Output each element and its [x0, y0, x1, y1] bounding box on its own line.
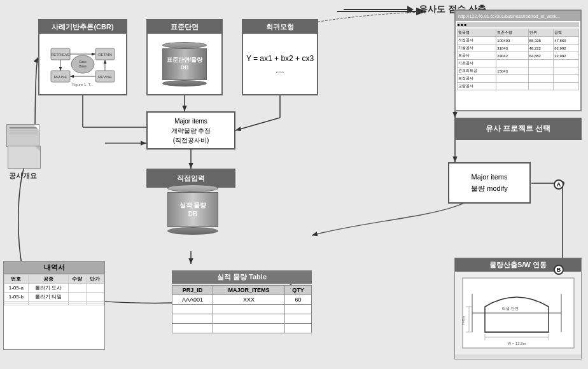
svg-text:W = 12.5m: W = 12.5m — [507, 342, 526, 345]
arrowhead — [407, 6, 414, 13]
svg-text:RETAIN: RETAIN — [98, 53, 112, 57]
siljeok-col-major: MAJOR_ITEMS — [213, 286, 285, 295]
cbr-content: RETRIEVE RETAIN REUSE REVISE Case Base F… — [45, 34, 120, 94]
browser-url: http://122.46.01.6:7001/business/rod/rod… — [458, 14, 560, 18]
direct-input-label: 직접입력 — [177, 174, 205, 183]
siljeok-db-top — [167, 184, 218, 192]
browser-table-row: 적접공사 100403 88,328 47,869 — [458, 37, 579, 45]
dot-b: B — [554, 265, 564, 275]
db-body: 표준단면/물량 DB — [162, 48, 207, 80]
standard-db: 표준단면/물량 DB — [162, 42, 207, 87]
naeyuk-header-row: 번호 공종 수량 단가 — [4, 275, 104, 284]
naeyuk-title: 내역서 — [4, 261, 104, 274]
siljeok-row — [172, 314, 312, 324]
siljeok-table-title: 실적 물량 Table — [172, 270, 312, 284]
major-modify-box: Major items 물량 modify — [448, 162, 531, 204]
similar-project-label: 유사 프로젝트 선택 — [486, 123, 551, 134]
regression-box: 회귀모형 Y = ax1 + bx2 + cx3 .... — [242, 19, 318, 95]
major-estimation-box: Major items 개략물량 추정 (직접공사비) — [146, 111, 235, 150]
naeyuk-col-num: 번호 — [4, 275, 29, 284]
browser-table-row: 토공사 24042 64,882 32,992 — [458, 52, 579, 60]
file-page-1 — [6, 124, 39, 147]
standard-db-container: 표준단면/물량 DB — [162, 34, 207, 94]
major-est-text: Major items 개략물량 추정 (직접공사비) — [171, 116, 211, 145]
siljeok-row: AAA001 XXX 60 — [172, 295, 312, 305]
similar-project-box: 유사 프로젝트 선택 — [454, 118, 582, 140]
project-overview-icon: 공사개요 — [5, 124, 41, 181]
siljeok-table-container: 실적 물량 Table PRJ_ID MAJOR_ITEMS QTY AAA00… — [172, 270, 312, 359]
standard-title: 표준단면 — [148, 20, 221, 34]
db-bottom — [162, 80, 207, 87]
naeyuk-table: 번호 공종 수량 단가 1-05-a 롤라기 도사 1-05-b 롤라기 티밀 — [4, 274, 104, 305]
siljeok-db-body: 실적 물량 DB — [167, 192, 218, 227]
browser-table: 항목명 표준수량 단위 금액 적접공사 100403 88,328 47,869… — [457, 29, 579, 90]
siljeok-header-row: PRJ_ID MAJOR_ITEMS QTY — [172, 286, 312, 295]
browser-table-row: 콘크리트공 15043 — [458, 67, 579, 75]
naeyuk-row: 1-05-a 롤라기 도사 — [4, 284, 104, 293]
svg-text:Case: Case — [79, 60, 87, 64]
browser-table-row: 교량공사 — [458, 83, 579, 90]
browser-table-row: 가설공사 31043 48,222 82,992 — [458, 45, 579, 52]
naeyuk-row: 1-05-b 롤라기 티밀 — [4, 293, 104, 302]
svg-text:Figure 1. T...: Figure 1. T... — [72, 83, 94, 87]
browser-content: ■ ■ ■ 항목명 표준수량 단위 금액 적접공사 100403 88,328 … — [456, 21, 580, 110]
major-modify-line2: 물량 modify — [471, 183, 507, 195]
major-modify-line1: Major items — [471, 172, 507, 183]
svg-text:Base: Base — [79, 64, 87, 68]
dot-a: A — [554, 179, 564, 190]
siljeok-row — [172, 305, 312, 314]
standard-box: 표준단면 표준단면/물량 DB — [146, 19, 223, 95]
regression-formula: Y = ax1 + bx2 + cx3 .... — [243, 34, 317, 94]
browser-table-header: 항목명 표준수량 단위 금액 — [458, 29, 579, 37]
naeyuk-col-type: 공종 — [28, 275, 68, 284]
svg-text:REVISE: REVISE — [98, 75, 112, 79]
db-top — [162, 42, 207, 48]
regression-title: 회귀모형 — [243, 20, 317, 34]
svg-text:RETRIEVE: RETRIEVE — [51, 53, 70, 57]
cbr-title: 사례기반추론(CBR) — [39, 20, 126, 34]
siljeok-db-bottom — [167, 227, 218, 235]
naeyuk-col-price: 단가 — [86, 275, 104, 284]
naeyuk-row — [4, 303, 104, 305]
siljeok-db-box: 실적 물량 DB — [164, 184, 221, 242]
svg-text:H=8m: H=8m — [461, 316, 465, 324]
svg-text:REUSE: REUSE — [54, 75, 67, 79]
diagram-container: 유사도 점수 산출 유사도 점수 산출 사례기반추론(CBR) RETRIEVE… — [0, 0, 588, 369]
browser-table-row: 기초공사 — [458, 60, 579, 67]
arrow-line — [344, 9, 407, 10]
browser-box: http://122.46.01.6:7001/business/rod/rod… — [454, 10, 582, 111]
browser-bar: http://122.46.01.6:7001/business/rod/rod… — [456, 11, 580, 21]
project-overview-label: 공사개요 — [9, 171, 37, 181]
siljeok-table: PRJ_ID MAJOR_ITEMS QTY AAA001 XXX 60 — [172, 285, 312, 333]
svg-line-7 — [235, 118, 280, 130]
naeyuk-container: 내역서 번호 공종 수량 단가 1-05-a 롤라기 도사 1-05-b — [3, 261, 105, 350]
mulryang-content: W = 12.5m H=8m 터널 단면 — [455, 272, 581, 354]
siljeok-col-prj: PRJ_ID — [172, 286, 213, 295]
cbr-diagram-svg: RETRIEVE RETAIN REUSE REVISE Case Base F… — [48, 39, 118, 90]
browser-table-row: 포장공사 — [458, 75, 579, 83]
browser-toolbar: ■ ■ ■ — [457, 22, 579, 27]
svg-text:터널 단면: 터널 단면 — [502, 307, 519, 310]
db-label: 표준단면/물량 DB — [167, 57, 203, 71]
siljeok-cylinder: 실적 물량 DB — [164, 184, 221, 235]
naeyuk-col-qty: 수량 — [68, 275, 86, 284]
technical-drawing: W = 12.5m H=8m 터널 단면 — [459, 275, 577, 351]
siljeok-row — [172, 324, 312, 333]
siljeok-db-label: 실적 물량 DB — [179, 201, 207, 219]
siljeok-col-qty: QTY — [285, 286, 312, 295]
file-page-2 — [8, 146, 41, 169]
cbr-box: 사례기반추론(CBR) RETRIEVE RETAIN REUSE REVISE… — [38, 19, 127, 95]
